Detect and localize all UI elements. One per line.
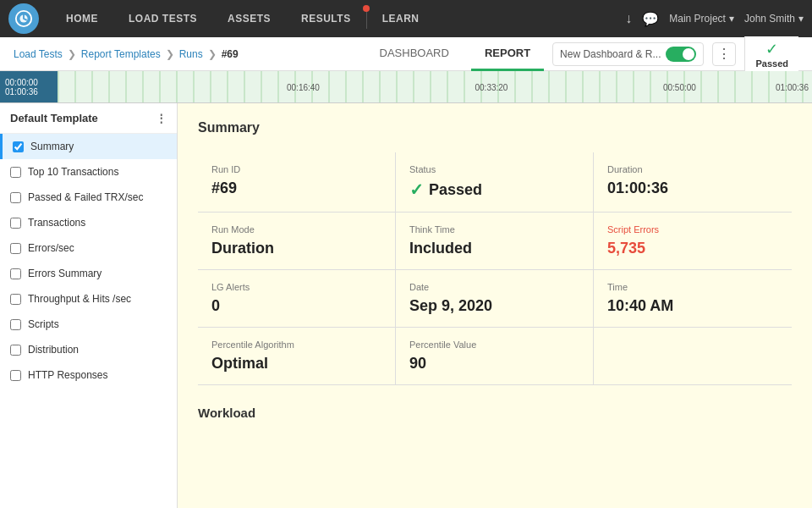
sidebar-item-summary[interactable]: Summary [0, 134, 177, 159]
summary-grid: Run ID#69Status✓PassedDuration01:00:36Ru… [198, 152, 792, 385]
tab-report[interactable]: REPORT [471, 37, 544, 71]
nav-load-tests[interactable]: LOAD TESTS [113, 0, 212, 37]
sidebar-item-distribution[interactable]: Distribution [0, 337, 177, 362]
sidebar-item-top-10-transactions[interactable]: Top 10 Transactions [0, 159, 177, 185]
sidebar-item-errors/sec[interactable]: Errors/sec [0, 235, 177, 261]
passed-icon: ✓ [409, 179, 424, 200]
cell-value: 5,735 [607, 240, 778, 257]
cell-label: Run ID [211, 164, 381, 174]
sidebar-items-container: SummaryTop 10 TransactionsPassed & Faile… [0, 134, 177, 388]
sidebar-checkbox-0[interactable] [13, 141, 24, 152]
workload-title: Workload [198, 406, 792, 420]
summary-cell-1: Status✓Passed [396, 152, 594, 213]
cell-value: Optimal [211, 355, 381, 373]
sidebar-item-label: Passed & Failed TRX/sec [28, 191, 144, 203]
cell-label: LG Alerts [211, 282, 381, 292]
cell-label: Time [607, 282, 778, 292]
sidebar-checkbox-7[interactable] [10, 319, 21, 330]
project-selector[interactable]: Main Project ▾ [669, 13, 734, 25]
cell-value: 90 [409, 355, 579, 373]
timeline-tick-1: 00:16:40 [287, 82, 320, 91]
user-name: John Smith [744, 13, 795, 25]
sidebar-item-label: Summary [30, 141, 74, 152]
sidebar-checkbox-5[interactable] [10, 268, 21, 279]
breadcrumb-bar: Load Tests ❯ Report Templates ❯ Runs ❯ #… [0, 37, 812, 71]
summary-section-title: Summary [198, 120, 792, 135]
sidebar-item-passed-&-failed-trx/sec[interactable]: Passed & Failed TRX/sec [0, 185, 177, 210]
timeline-tick-4: 01:00:36 [776, 82, 809, 91]
cell-value: #69 [211, 179, 381, 197]
passed-check-icon: ✓ [765, 40, 778, 58]
timeline-end: 01:00:36 [5, 87, 52, 97]
cell-label: Status [409, 164, 579, 174]
breadcrumb-report-templates[interactable]: Report Templates [81, 48, 161, 60]
timeline-tick-2: 00:33:20 [475, 82, 508, 91]
breadcrumb-current: #69 [222, 48, 239, 60]
summary-cell-0: Run ID#69 [198, 152, 396, 213]
cell-label: Think Time [409, 224, 579, 235]
nav-home[interactable]: HOME [51, 0, 113, 37]
project-chevron: ▾ [729, 13, 734, 25]
breadcrumb-load-tests[interactable]: Load Tests [14, 48, 63, 60]
more-options-button[interactable]: ⋮ [712, 42, 736, 66]
cell-label: Percentile Value [409, 340, 579, 350]
cell-value: ✓Passed [409, 179, 579, 200]
cell-value: Sep 9, 2020 [409, 297, 579, 315]
nav-results[interactable]: RESULTS [286, 0, 366, 37]
summary-cell-2: Duration01:00:36 [594, 152, 792, 213]
timeline-time-left: 00:00:00 01:00:36 [0, 71, 58, 102]
summary-cell-5: Script Errors5,735 [594, 213, 792, 270]
sidebar-checkbox-1[interactable] [10, 167, 21, 178]
dashboard-dropdown[interactable]: New Dashboard & R... [552, 42, 704, 66]
sidebar-item-errors-summary[interactable]: Errors Summary [0, 261, 177, 286]
breadcrumb-sep-3: ❯ [208, 48, 217, 60]
nav-assets[interactable]: ASSETS [212, 0, 286, 37]
nav-right: ↓ 💬 Main Project ▾ John Smith ▾ [625, 11, 804, 27]
summary-cell-6: LG Alerts0 [198, 270, 396, 328]
user-menu[interactable]: John Smith ▾ [744, 13, 804, 25]
nav-learn[interactable]: LEARN [367, 0, 435, 37]
sidebar-checkbox-4[interactable] [10, 243, 21, 254]
project-name: Main Project [669, 13, 726, 25]
dashboard-toggle[interactable] [666, 47, 696, 62]
nav-items: HOME LOAD TESTS ASSETS RESULTS LEARN [51, 0, 625, 37]
sidebar: Default Template ⋮ SummaryTop 10 Transac… [0, 103, 178, 508]
sidebar-item-label: Errors Summary [28, 268, 102, 279]
timeline-bar: 00:00:00 01:00:36 00:16:40 00:33:20 00:5… [0, 71, 812, 103]
timeline-tick-3: 00:50:00 [663, 82, 696, 91]
sidebar-checkbox-2[interactable] [10, 192, 21, 203]
chat-icon[interactable]: 💬 [642, 11, 659, 27]
summary-cell-4: Think TimeIncluded [396, 213, 594, 270]
sidebar-item-label: Scripts [28, 318, 59, 330]
sidebar-checkbox-3[interactable] [10, 218, 21, 229]
download-icon[interactable]: ↓ [625, 11, 632, 26]
sidebar-more-icon[interactable]: ⋮ [156, 112, 167, 124]
sidebar-item-http-responses[interactable]: HTTP Responses [0, 362, 177, 388]
main-content: Summary Run ID#69Status✓PassedDuration01… [178, 103, 812, 508]
passed-badge: ✓ Passed [744, 36, 798, 72]
timeline-progress[interactable]: 00:16:40 00:33:20 00:50:00 01:00:36 [58, 71, 812, 102]
sidebar-item-label: HTTP Responses [28, 369, 107, 381]
summary-cell-8: Time10:40 AM [594, 270, 792, 328]
cell-label: Percentile Algorithm [211, 340, 381, 350]
sidebar-item-transactions[interactable]: Transactions [0, 210, 177, 235]
sidebar-title: Default Template [10, 112, 98, 124]
cell-value: Duration [211, 240, 381, 257]
sidebar-checkbox-9[interactable] [10, 370, 21, 381]
breadcrumb-runs[interactable]: Runs [179, 48, 203, 60]
summary-cell-3: Run ModeDuration [198, 213, 396, 270]
tab-dashboard[interactable]: DASHBOARD [366, 37, 463, 71]
sidebar-item-label: Transactions [28, 217, 85, 229]
dashboard-dropdown-label: New Dashboard & R... [560, 48, 661, 60]
sidebar-item-throughput-&-hits-/sec[interactable]: Throughput & Hits /sec [0, 286, 177, 312]
cell-value: 01:00:36 [607, 179, 778, 197]
logo[interactable] [8, 3, 39, 34]
summary-cell-7: DateSep 9, 2020 [396, 270, 594, 328]
sidebar-checkbox-8[interactable] [10, 345, 21, 356]
sidebar-item-scripts[interactable]: Scripts [0, 312, 177, 337]
sidebar-checkbox-6[interactable] [10, 294, 21, 305]
sidebar-item-label: Throughput & Hits /sec [28, 293, 131, 305]
timeline-start: 00:00:00 [5, 78, 52, 87]
sidebar-item-label: Errors/sec [28, 242, 74, 254]
cell-value: 10:40 AM [607, 297, 778, 315]
